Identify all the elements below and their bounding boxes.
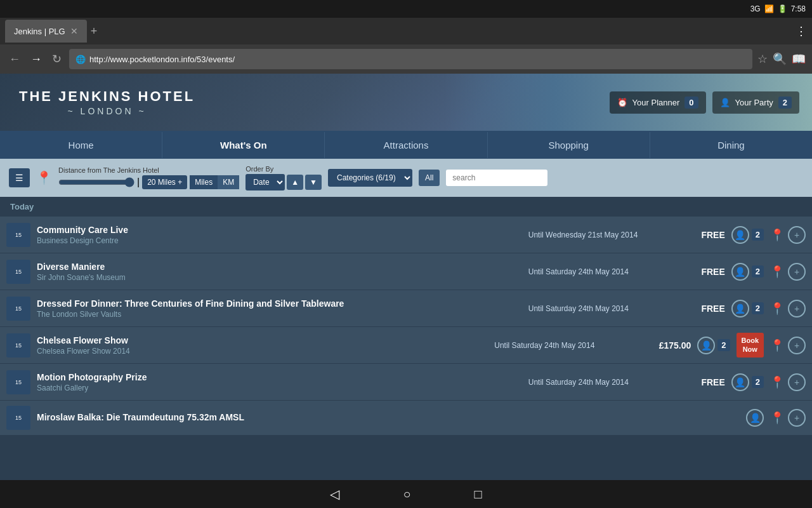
party-label: Your Party: [735, 98, 773, 107]
alarm-button[interactable]: +: [788, 263, 806, 281]
nav-shopping[interactable]: Shopping: [488, 132, 650, 158]
location-button[interactable]: 📍: [770, 228, 784, 242]
order-control: Date ▲ ▼: [246, 174, 322, 190]
tab-title: Jenkins | PLG: [14, 27, 65, 36]
alarm-button[interactable]: +: [788, 300, 806, 318]
list-view-button[interactable]: ☰: [9, 168, 30, 187]
sort-desc-button[interactable]: ▼: [305, 175, 322, 190]
nav-attractions[interactable]: Attractions: [325, 132, 487, 158]
nav-dining[interactable]: Dining: [650, 132, 812, 158]
alarm-button[interactable]: +: [788, 337, 806, 354]
android-nav-bar: ◁ ○ □: [0, 480, 812, 508]
distance-slider-row: | 20 Miles + Miles KM: [58, 175, 239, 189]
event-title: Miroslaw Balka: Die Traumdeutung 75.32m …: [37, 412, 740, 422]
back-button[interactable]: ←: [6, 50, 23, 69]
reader-button[interactable]: 📖: [792, 52, 806, 66]
new-tab-button[interactable]: +: [91, 25, 98, 38]
action-icons: 📍 +: [770, 263, 806, 281]
party-info: 👤 2: [731, 373, 764, 391]
search-input[interactable]: [446, 170, 547, 186]
event-row: 15 Diverse Maniere Sir John Soane's Muse…: [0, 253, 812, 290]
km-button[interactable]: KM: [218, 175, 239, 189]
nav-home[interactable]: Home: [0, 132, 162, 158]
event-venue: Business Design Centre: [37, 236, 522, 245]
android-recent-button[interactable]: □: [475, 487, 482, 502]
party-num: 2: [752, 302, 764, 314]
alarm-button[interactable]: +: [788, 409, 806, 427]
event-venue: Sir John Soane's Museum: [37, 273, 522, 282]
event-row: 15 Dressed For Dinner: Three Centuries o…: [0, 290, 812, 327]
filter-bar: ☰ 📍 Distance from The Jenkins Hotel | 20…: [0, 159, 812, 197]
book-now-button[interactable]: BookNow: [737, 333, 764, 357]
event-row: 15 Miroslaw Balka: Die Traumdeutung 75.3…: [0, 401, 812, 436]
forward-button[interactable]: →: [28, 50, 44, 69]
hotel-name: THE JENKINS HOTEL: [19, 88, 195, 105]
nav-whats-on[interactable]: What's On: [162, 132, 325, 158]
event-row: 15 Motion Photography Prize Saatchi Gall…: [0, 364, 812, 401]
person-icon: 👤: [746, 409, 764, 427]
cal-day: 15: [15, 379, 22, 385]
event-title: Diverse Maniere: [37, 262, 522, 272]
location-button[interactable]: 📍: [770, 302, 784, 316]
location-button[interactable]: 📍: [770, 375, 784, 389]
url-bar[interactable]: 🌐 http://www.pocketlondon.info/53/events…: [69, 49, 752, 69]
planner-label: Your Planner: [632, 98, 680, 107]
cal-day: 15: [15, 415, 22, 421]
categories-select[interactable]: Categories (6/19): [328, 169, 412, 187]
action-icons: 📍 +: [770, 300, 806, 318]
event-date: Until Wednesday 21st May 2014: [528, 231, 668, 239]
action-icons: 📍 +: [770, 373, 806, 391]
event-row: 15 Chelsea Flower Show Chelsea Flower Sh…: [0, 327, 812, 364]
party-num: 2: [752, 265, 764, 277]
event-info: Miroslaw Balka: Die Traumdeutung 75.32m …: [37, 412, 740, 424]
active-tab[interactable]: Jenkins | PLG ✕: [5, 20, 87, 43]
address-bar: ← → ↻ 🌐 http://www.pocketlondon.info/53/…: [0, 44, 812, 74]
party-person-icon: 👤: [720, 98, 730, 107]
party-info: 👤 2: [697, 337, 730, 354]
view-toggle: ☰: [9, 168, 30, 187]
distance-slider-end: |: [137, 177, 140, 188]
distance-label: Distance from The Jenkins Hotel: [58, 166, 239, 174]
map-view-button[interactable]: 📍: [36, 170, 52, 185]
location-button[interactable]: 📍: [770, 265, 784, 279]
sort-asc-button[interactable]: ▲: [287, 175, 303, 190]
hero-actions: ⏰ Your Planner 0 👤 Your Party 2: [444, 74, 812, 131]
hero-section: THE JENKINS HOTEL ~ LONDON ~ ⏰ Your Plan…: [0, 74, 812, 131]
party-info: 👤: [746, 409, 764, 427]
location-button[interactable]: 📍: [770, 411, 784, 425]
android-home-button[interactable]: ○: [403, 487, 410, 502]
wifi-icon: 📶: [764, 4, 774, 13]
url-text: http://www.pocketlondon.info/53/events/: [89, 55, 235, 64]
event-price: FREE: [674, 304, 725, 314]
action-icons: 📍 +: [770, 409, 806, 427]
reload-button[interactable]: ↻: [49, 50, 64, 69]
android-back-button[interactable]: ◁: [330, 486, 339, 502]
miles-button[interactable]: Miles: [190, 175, 218, 189]
distance-slider[interactable]: [58, 177, 134, 187]
calendar-icon: 15: [6, 297, 30, 321]
person-icon: 👤: [697, 337, 715, 354]
alarm-button[interactable]: +: [788, 373, 806, 391]
event-date: Until Saturday 24th May 2014: [528, 267, 668, 276]
your-planner-button[interactable]: ⏰ Your Planner 0: [610, 91, 706, 114]
event-row: 15 Community Care Live Business Design C…: [0, 217, 812, 253]
location-button[interactable]: 📍: [770, 338, 784, 352]
calendar-icon: 15: [6, 260, 30, 284]
tab-close-button[interactable]: ✕: [70, 26, 78, 36]
your-party-button[interactable]: 👤 Your Party 2: [712, 91, 799, 114]
event-title: Dressed For Dinner: Three Centuries of F…: [37, 298, 522, 309]
all-button[interactable]: All: [419, 170, 440, 186]
alarm-button[interactable]: +: [788, 226, 806, 244]
browser-menu-button[interactable]: ⋮: [796, 24, 807, 38]
person-icon: 👤: [731, 263, 749, 281]
order-select[interactable]: Date: [246, 174, 285, 190]
bookmark-star-button[interactable]: ☆: [757, 52, 768, 66]
main-navigation: Home What's On Attractions Shopping Dini…: [0, 131, 812, 159]
event-info: Community Care Live Business Design Cent…: [37, 225, 522, 245]
cal-day: 15: [15, 342, 22, 349]
event-date: Until Saturday 24th May 2014: [528, 304, 668, 313]
order-section: Order By Date ▲ ▼: [246, 165, 322, 190]
search-button[interactable]: 🔍: [773, 52, 787, 66]
party-count: 2: [778, 97, 792, 109]
hotel-branding: THE JENKINS HOTEL ~ LONDON ~: [0, 82, 214, 123]
